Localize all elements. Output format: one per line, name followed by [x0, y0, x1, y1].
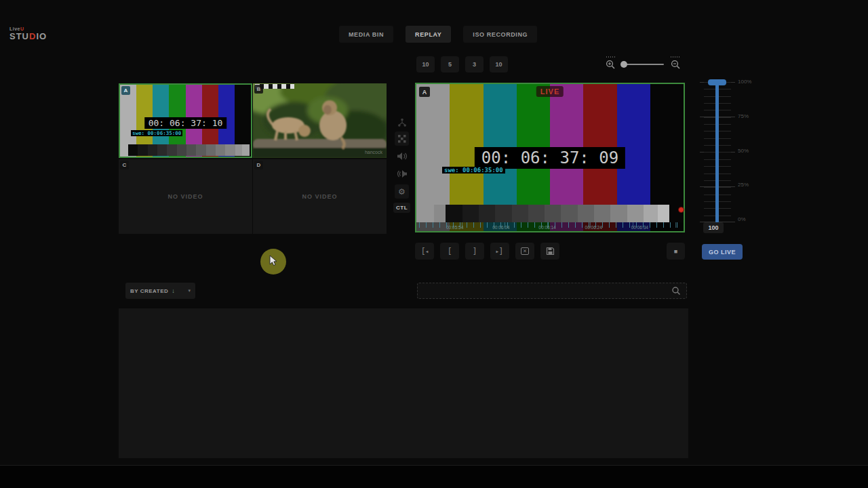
timeline-label: 00:05:54	[446, 225, 463, 230]
mouse-cursor-icon	[268, 255, 279, 267]
video-watermark: hancock	[365, 150, 382, 155]
transport-controls: [◀ [ ] ▶] ×	[415, 243, 559, 260]
logo-stu-text: STU	[9, 31, 29, 41]
bottom-bar	[0, 465, 868, 488]
preview-panel-b[interactable]: B hancock	[253, 83, 387, 158]
program-monitor[interactable]: A LIVE 00: 06: 37: 09 swe: 00:06:35:00 0…	[415, 83, 685, 232]
cursor-click-highlight	[260, 249, 286, 274]
preview-panel-a[interactable]: A 00: 06: 37: 10 swe: 00:06:35:00	[119, 83, 252, 158]
sub-timecode-preview-a: swe: 00:06:35:00	[131, 130, 182, 136]
zoom-slider-track[interactable]	[622, 64, 664, 65]
sort-label: BY CREATED	[130, 288, 168, 294]
timeline-label: 00:06:34	[631, 225, 648, 230]
preview-panel-c[interactable]: C NO VIDEO	[119, 159, 252, 234]
media-bin-content[interactable]	[119, 308, 688, 458]
go-live-button[interactable]: GO LIVE	[702, 244, 743, 260]
goto-mark-in-button[interactable]: [◀	[415, 243, 434, 260]
x-glyph: ×	[523, 248, 526, 254]
live-badge: LIVE	[536, 86, 564, 97]
clear-marks-button[interactable]: ×	[515, 243, 534, 260]
fader-scale-75: 75%	[738, 113, 751, 119]
gear-icon: ⚙	[398, 187, 406, 197]
zoom-in-button[interactable]	[606, 60, 616, 73]
share-routing-icon[interactable]	[395, 115, 409, 129]
tab-media-bin[interactable]: MEDIA BIN	[339, 26, 393, 43]
program-timecode: 00: 06: 37: 09	[475, 147, 625, 169]
magnifier-plus-icon	[606, 60, 616, 70]
sort-dropdown[interactable]: BY CREATED ↓ ▾	[125, 283, 195, 299]
source-badge-c: C	[120, 161, 129, 169]
timeline-label: 00:06:04	[492, 225, 509, 230]
timeline-label: 00:06:14	[538, 225, 555, 230]
fader-handle[interactable]	[708, 79, 726, 85]
source-badge-d: D	[254, 161, 263, 169]
source-badge-a: A	[121, 86, 130, 95]
logo-io-text: IO	[36, 31, 47, 41]
jump-buttons: 10 5 3 10	[416, 56, 508, 73]
playhead-marker[interactable]	[678, 207, 684, 213]
clear-marks-icon: ×	[521, 247, 529, 255]
source-badge-b: B	[254, 85, 263, 94]
jump-back-5-button[interactable]: 5	[441, 56, 459, 73]
main-tabs: MEDIA BIN REPLAY ISO RECORDING	[339, 26, 537, 43]
tab-iso-recording[interactable]: ISO RECORDING	[463, 26, 537, 43]
logo-u-text: U	[20, 26, 24, 31]
multiview-grid-button[interactable]	[395, 131, 409, 146]
save-clip-button[interactable]	[540, 243, 559, 260]
checkerboard-icon	[398, 135, 406, 143]
zoom-slider-handle[interactable]	[620, 61, 627, 68]
jump-forward-10-button[interactable]: 10	[490, 56, 508, 73]
sort-direction-icon: ↓	[172, 287, 175, 294]
timeline-labels: 00:05:54 00:06:04 00:06:14 00:06:24 00:0…	[446, 225, 648, 230]
program-audio-fader: 100% 75% 50% 25% 0% 100	[700, 78, 762, 241]
replay-studio-window: LiveU STUDIO MEDIA BIN REPLAY ISO RECORD…	[0, 0, 868, 488]
bracket-in-glyph: [	[421, 247, 426, 256]
jump-back-10-button[interactable]: 10	[416, 56, 435, 73]
timeline-label: 00:06:24	[585, 225, 602, 230]
mark-out-button[interactable]: ]	[465, 243, 484, 260]
zoom-in-dots	[606, 56, 615, 58]
timeline-ruler[interactable]: 00:05:54 00:06:04 00:06:14 00:06:24 00:0…	[416, 222, 684, 231]
fader-scale-100: 100%	[738, 79, 751, 85]
zoom-out-dots	[671, 56, 679, 58]
fader-track[interactable]	[715, 82, 719, 223]
chevron-down-icon: ▾	[188, 288, 191, 293]
program-audio-button[interactable]	[395, 149, 409, 163]
jump-3-button[interactable]: 3	[465, 56, 484, 73]
triangle-left-icon: ◀	[426, 249, 429, 253]
logo-live-text: Live	[9, 26, 20, 31]
search-input[interactable]	[418, 287, 671, 295]
timeline-zoom-control	[606, 56, 684, 71]
app-logo: LiveU STUDIO	[9, 26, 47, 41]
preview-panel-d[interactable]: D NO VIDEO	[253, 159, 387, 234]
tab-replay[interactable]: REPLAY	[406, 26, 451, 43]
search-bar	[417, 283, 687, 299]
search-icon	[671, 286, 681, 296]
mark-out-icon: ]	[472, 247, 477, 256]
speaker-left-icon	[397, 169, 408, 178]
network-tree-icon	[397, 118, 407, 127]
timecode-preview-a: 00: 06: 37: 10	[144, 117, 227, 129]
goto-mark-out-button[interactable]: ▶]	[490, 243, 509, 260]
speaker-right-icon	[397, 152, 408, 161]
program-sub-timecode: swe: 00:06:35:00	[442, 167, 505, 174]
logo-d-text: D	[29, 31, 36, 41]
fader-scale-0: 0%	[738, 216, 751, 222]
fader-scale: 100% 75% 50% 25% 0%	[738, 79, 751, 222]
monkey-video-frame	[253, 83, 387, 158]
bracket-out-glyph: ]	[498, 247, 503, 256]
mark-in-icon: [	[447, 247, 452, 256]
no-video-label-c: NO VIDEO	[119, 159, 252, 234]
settings-button[interactable]: ⚙	[395, 184, 409, 199]
mark-in-button[interactable]: [	[440, 243, 459, 260]
grayscale-ramp-a	[128, 144, 250, 156]
timeline-scrubber[interactable]	[434, 205, 669, 222]
stop-button[interactable]: ■	[667, 243, 685, 260]
magnifier-minus-icon	[671, 60, 681, 70]
stop-icon: ■	[674, 248, 677, 255]
program-source-badge: A	[419, 87, 430, 97]
zoom-out-button[interactable]	[671, 60, 681, 73]
controller-button[interactable]: CTL	[393, 203, 410, 213]
save-floppy-icon	[546, 247, 555, 256]
preview-audio-button[interactable]	[395, 167, 409, 181]
